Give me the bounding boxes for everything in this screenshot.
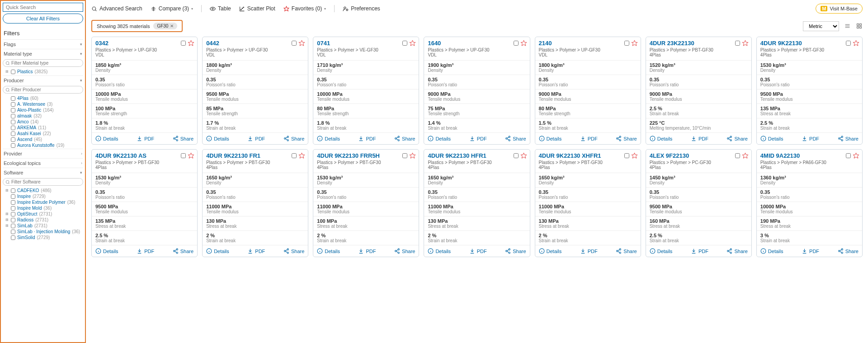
- details-button[interactable]: Details: [539, 248, 562, 254]
- pdf-button[interactable]: PDF: [691, 248, 708, 254]
- compare-checkbox[interactable]: [514, 153, 519, 158]
- clear-filters-button[interactable]: Clear All Filters: [3, 14, 83, 23]
- details-button[interactable]: Details: [760, 248, 783, 254]
- visit-mbase-button[interactable]: M Visit M-Base: [816, 4, 863, 14]
- filter-checkbox[interactable]: [11, 132, 15, 136]
- filter-item[interactable]: ARKEMA (11): [5, 125, 83, 131]
- favorite-star-icon[interactable]: [520, 152, 527, 159]
- compare-button[interactable]: Compare (3) ▾: [151, 5, 193, 12]
- details-button[interactable]: Details: [428, 248, 451, 254]
- share-button[interactable]: Share: [616, 136, 637, 141]
- filter-item[interactable]: Asahi Kasei (22): [5, 131, 83, 136]
- card-title[interactable]: 1640: [428, 40, 526, 47]
- filter-checkbox[interactable]: [11, 212, 15, 216]
- card-title[interactable]: 2140: [539, 40, 637, 47]
- details-button[interactable]: Details: [317, 248, 340, 254]
- filter-section-material-type[interactable]: Material type ▾: [3, 49, 83, 58]
- pdf-button[interactable]: PDF: [580, 248, 598, 254]
- filter-software-input[interactable]: [3, 178, 83, 186]
- pdf-button[interactable]: PDF: [358, 248, 376, 254]
- filter-item[interactable]: ⊞Abaqus (2731): [5, 240, 83, 241]
- filter-checkbox[interactable]: [11, 235, 15, 240]
- filter-item[interactable]: SimLab · Injection Molding (36): [5, 229, 83, 235]
- favorite-star-icon[interactable]: [409, 152, 416, 159]
- details-button[interactable]: Details: [428, 136, 451, 141]
- filter-material-type-input[interactable]: [3, 59, 83, 67]
- filter-checkbox[interactable]: [11, 218, 15, 222]
- favorite-star-icon[interactable]: [409, 40, 416, 47]
- filter-checkbox[interactable]: [11, 194, 15, 199]
- card-title[interactable]: 4DUR 9K22130 FR1: [206, 152, 304, 159]
- favorites-button[interactable]: Favorites (0) ▾: [283, 5, 326, 12]
- filter-item[interactable]: Ascend (45): [5, 136, 83, 142]
- card-title[interactable]: 4DUR 9K22130 XHFR1: [539, 152, 637, 159]
- compare-checkbox[interactable]: [292, 41, 297, 46]
- share-button[interactable]: Share: [838, 136, 859, 141]
- pdf-button[interactable]: PDF: [469, 248, 487, 254]
- favorite-star-icon[interactable]: [520, 40, 527, 47]
- details-button[interactable]: Details: [539, 136, 562, 141]
- favorite-star-icon[interactable]: [188, 152, 194, 159]
- pdf-button[interactable]: PDF: [802, 248, 819, 254]
- filter-checkbox[interactable]: [11, 96, 15, 101]
- filter-item[interactable]: 4Plas (60): [5, 95, 83, 101]
- filter-checkbox[interactable]: [11, 230, 15, 234]
- filter-checkbox[interactable]: [11, 206, 15, 211]
- preferences-button[interactable]: Preferences: [343, 5, 380, 12]
- share-button[interactable]: Share: [173, 136, 193, 141]
- table-view-button[interactable]: Table: [210, 5, 231, 12]
- filter-checkbox[interactable]: [11, 126, 15, 130]
- pdf-button[interactable]: PDF: [580, 136, 598, 141]
- share-button[interactable]: Share: [505, 136, 526, 141]
- share-button[interactable]: Share: [283, 248, 304, 254]
- share-button[interactable]: Share: [616, 248, 637, 254]
- filter-checkbox[interactable]: [11, 188, 15, 193]
- pdf-button[interactable]: PDF: [358, 136, 376, 141]
- share-button[interactable]: Share: [394, 136, 415, 141]
- share-button[interactable]: Share: [838, 248, 859, 254]
- filter-checkbox[interactable]: [11, 224, 15, 228]
- favorite-star-icon[interactable]: [631, 152, 638, 159]
- details-button[interactable]: Details: [760, 136, 783, 141]
- list-view-icon[interactable]: [844, 23, 851, 30]
- share-button[interactable]: Share: [726, 136, 747, 141]
- filter-item[interactable]: Akro-Plastic (164): [5, 107, 83, 113]
- filter-section-producer[interactable]: Producer ▾: [3, 76, 83, 85]
- pdf-button[interactable]: PDF: [469, 136, 487, 141]
- compare-checkbox[interactable]: [181, 41, 186, 46]
- card-title[interactable]: 4DUR 9K22130 HFR1: [428, 152, 526, 159]
- share-button[interactable]: Share: [173, 248, 193, 254]
- filter-item[interactable]: Inspire (2729): [5, 193, 83, 199]
- favorite-star-icon[interactable]: [742, 152, 749, 159]
- card-title[interactable]: 4MID 9A22130: [760, 152, 859, 159]
- filter-item[interactable]: Aurora Kunststoffe (19): [5, 142, 83, 148]
- card-title[interactable]: 4LEX 9F22130: [650, 152, 748, 159]
- filter-producer-input[interactable]: [3, 86, 83, 94]
- favorite-star-icon[interactable]: [298, 152, 305, 159]
- filter-item[interactable]: ⊞CADFEKO (486): [5, 188, 83, 193]
- close-icon[interactable]: ✕: [170, 23, 174, 28]
- favorite-star-icon[interactable]: [742, 40, 749, 47]
- card-title[interactable]: 4DUR 23K22130: [650, 40, 748, 47]
- share-button[interactable]: Share: [394, 248, 415, 254]
- advanced-search-button[interactable]: Advanced Search: [91, 5, 142, 12]
- card-title[interactable]: 4DUR 9K22130 AS: [95, 152, 193, 159]
- filter-item[interactable]: Amco (14): [5, 119, 83, 125]
- filter-checkbox[interactable]: [11, 70, 15, 74]
- compare-checkbox[interactable]: [292, 153, 297, 158]
- filter-checkbox[interactable]: [11, 143, 15, 148]
- details-button[interactable]: Details: [95, 248, 118, 254]
- filter-checkbox[interactable]: [11, 200, 15, 205]
- pdf-button[interactable]: PDF: [691, 136, 708, 141]
- quick-search-input[interactable]: [3, 3, 83, 12]
- compare-checkbox[interactable]: [181, 153, 186, 158]
- pdf-button[interactable]: PDF: [137, 136, 154, 141]
- details-button[interactable]: Details: [650, 248, 673, 254]
- compare-checkbox[interactable]: [402, 41, 407, 46]
- filter-section-flags[interactable]: Flags ▾: [3, 40, 83, 49]
- share-button[interactable]: Share: [283, 136, 304, 141]
- card-title[interactable]: 4DUR 9K22130 FRR5H: [317, 152, 415, 159]
- filter-checkbox[interactable]: [11, 108, 15, 113]
- filter-section-ecological[interactable]: Ecological topics ›: [3, 159, 83, 168]
- filter-item[interactable]: almaak (32): [5, 113, 83, 119]
